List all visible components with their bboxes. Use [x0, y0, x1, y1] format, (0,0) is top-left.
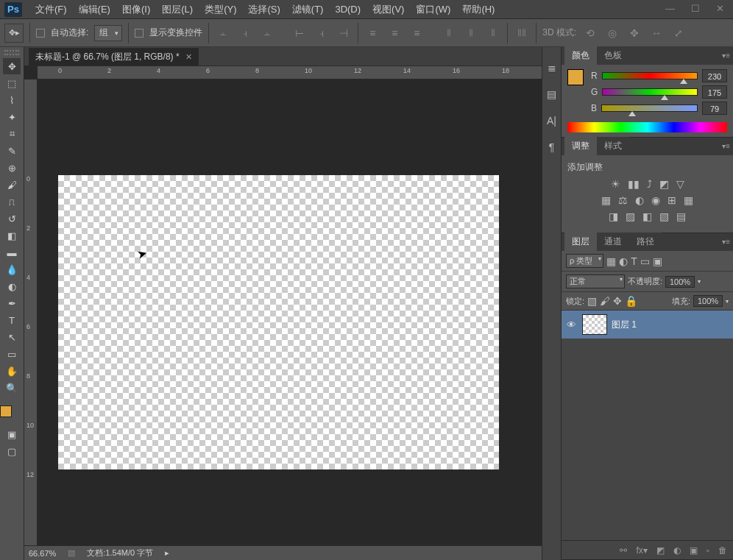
visibility-icon[interactable]: 👁	[564, 319, 578, 330]
lookup-icon[interactable]: ▦	[684, 194, 693, 206]
filter-adjust-icon[interactable]: ◐	[619, 255, 628, 267]
align-left-icon[interactable]: ⊢	[291, 25, 308, 41]
tab-paths[interactable]: 路径	[629, 233, 662, 251]
quickmask-tool[interactable]: ▣	[3, 426, 21, 442]
balance-icon[interactable]: ⚖	[618, 194, 628, 206]
color-spectrum[interactable]	[567, 122, 727, 132]
dock-paragraph-icon[interactable]: ¶	[549, 141, 555, 153]
gradient-map-icon[interactable]: ▧	[659, 210, 669, 222]
align-vcenter-icon[interactable]: ⫞	[237, 25, 253, 41]
align-hcenter-icon[interactable]: ⫞	[314, 25, 330, 41]
distribute-hcenter-icon[interactable]: ⦀	[463, 25, 479, 41]
menu-edit[interactable]: 编辑(E)	[73, 3, 116, 16]
blend-mode-dropdown[interactable]: 正常	[566, 274, 625, 288]
exposure-icon[interactable]: ◩	[659, 178, 669, 190]
menu-select[interactable]: 选择(S)	[242, 3, 286, 16]
menu-view[interactable]: 视图(V)	[366, 3, 410, 16]
auto-select-checkbox[interactable]	[36, 29, 45, 38]
group-icon[interactable]: ▣	[690, 545, 698, 556]
r-value[interactable]: 230	[702, 69, 727, 82]
adjustment-layer-icon[interactable]: ◐	[673, 545, 681, 556]
panel-menu-icon[interactable]: ▾≡	[722, 238, 730, 246]
layer-mask-icon[interactable]: ◩	[656, 545, 665, 556]
menu-help[interactable]: 帮助(H)	[456, 3, 500, 16]
move-tool[interactable]: ✥	[3, 58, 21, 74]
link-layers-icon[interactable]: ⚯	[620, 545, 627, 556]
distribute-left-icon[interactable]: ⦀	[441, 25, 457, 41]
r-slider[interactable]	[602, 72, 698, 79]
menu-filter[interactable]: 滤镜(T)	[286, 3, 330, 16]
path-select-tool[interactable]: ↖	[3, 329, 21, 345]
window-close-icon[interactable]: ✕	[716, 3, 724, 14]
zoom-tool[interactable]: 🔍	[3, 380, 21, 396]
distribute-top-icon[interactable]: ≡	[364, 25, 380, 41]
vibrance-icon[interactable]: ▽	[676, 178, 684, 190]
eraser-tool[interactable]: ◧	[3, 227, 21, 244]
menu-file[interactable]: 文件(F)	[29, 3, 73, 16]
filter-pixel-icon[interactable]: ▦	[606, 255, 616, 267]
heal-tool[interactable]: ⊕	[3, 160, 21, 176]
distribute-right-icon[interactable]: ⦀	[485, 25, 501, 41]
panel-menu-icon[interactable]: ▾≡	[722, 142, 730, 150]
crop-tool[interactable]: ⌗	[3, 126, 21, 142]
menu-3d[interactable]: 3D(D)	[329, 4, 366, 15]
3d-scale-icon[interactable]: ⤢	[670, 25, 687, 41]
levels-icon[interactable]: ▮▮	[628, 178, 640, 190]
status-zoom[interactable]: 66.67%	[29, 549, 56, 558]
dock-properties-icon[interactable]: ▤	[547, 88, 556, 100]
fill-field[interactable]: 100%	[693, 295, 723, 307]
hue-icon[interactable]: ▦	[601, 194, 611, 206]
eyedropper-tool[interactable]: ✎	[3, 143, 21, 159]
b-slider[interactable]	[601, 104, 698, 112]
distribute-bottom-icon[interactable]: ≡	[408, 25, 425, 41]
menu-type[interactable]: 类型(Y)	[199, 3, 242, 16]
gradient-tool[interactable]: ▬	[3, 244, 21, 260]
lock-pos-icon[interactable]: ✥	[613, 295, 622, 307]
dock-character-icon[interactable]: A|	[547, 115, 556, 127]
show-transform-checkbox[interactable]	[135, 29, 144, 38]
new-layer-icon[interactable]: ▫	[707, 545, 709, 556]
3d-roll-icon[interactable]: ◎	[604, 25, 620, 41]
3d-pan-icon[interactable]: ✥	[626, 25, 642, 41]
brightness-icon[interactable]: ☀	[611, 178, 620, 190]
hand-tool[interactable]: ✋	[3, 363, 21, 379]
b-value[interactable]: 79	[702, 102, 727, 115]
menu-layer[interactable]: 图层(L)	[156, 3, 199, 16]
curves-icon[interactable]: ⤴	[647, 178, 652, 190]
panel-menu-icon[interactable]: ▾≡	[722, 52, 730, 60]
lock-pixel-icon[interactable]: 🖌	[600, 295, 610, 307]
3d-orbit-icon[interactable]: ⟲	[582, 25, 598, 41]
layer-row[interactable]: 👁 图层 1	[562, 311, 733, 339]
tab-channels[interactable]: 通道	[597, 233, 629, 251]
lock-all-icon[interactable]: 🔒	[625, 295, 637, 307]
align-top-icon[interactable]: ⫠	[215, 25, 231, 41]
stamp-tool[interactable]: ⎍	[3, 194, 21, 210]
align-right-icon[interactable]: ⊣	[336, 25, 352, 41]
window-maximize-icon[interactable]: ☐	[691, 3, 700, 14]
delete-layer-icon[interactable]: 🗑	[718, 545, 727, 556]
layer-name[interactable]: 图层 1	[612, 319, 637, 331]
g-value[interactable]: 175	[702, 85, 727, 99]
status-docinfo[interactable]: 文档:1.54M/0 字节	[87, 547, 153, 559]
brush-tool[interactable]: 🖌	[3, 177, 21, 193]
menu-image[interactable]: 图像(I)	[116, 3, 156, 16]
shape-tool[interactable]: ▭	[3, 346, 21, 362]
lock-trans-icon[interactable]: ▧	[587, 295, 597, 307]
status-arrow-icon[interactable]: ▸	[165, 548, 169, 558]
screenmode-tool[interactable]: ▢	[3, 443, 21, 459]
filter-shape-icon[interactable]: ▭	[640, 255, 650, 267]
tab-adjustments[interactable]: 调整	[564, 137, 597, 155]
magic-wand-tool[interactable]: ✦	[3, 109, 21, 125]
photo-filter-icon[interactable]: ◉	[651, 194, 660, 206]
selective-icon[interactable]: ▤	[676, 210, 686, 222]
type-tool[interactable]: T	[3, 312, 21, 328]
ruler-horizontal[interactable]: 0 2 4 6 8 10 12 14 16 18	[38, 66, 542, 79]
pen-tool[interactable]: ✒	[3, 295, 21, 311]
tab-color[interactable]: 颜色	[564, 46, 597, 65]
window-minimize-icon[interactable]: —	[665, 3, 675, 14]
layer-filter-dropdown[interactable]: ρ 类型	[566, 254, 603, 268]
posterize-icon[interactable]: ▨	[626, 210, 635, 222]
foreground-swatch[interactable]	[0, 405, 12, 417]
lasso-tool[interactable]: ⌇	[3, 92, 21, 108]
threshold-icon[interactable]: ◧	[642, 210, 652, 222]
